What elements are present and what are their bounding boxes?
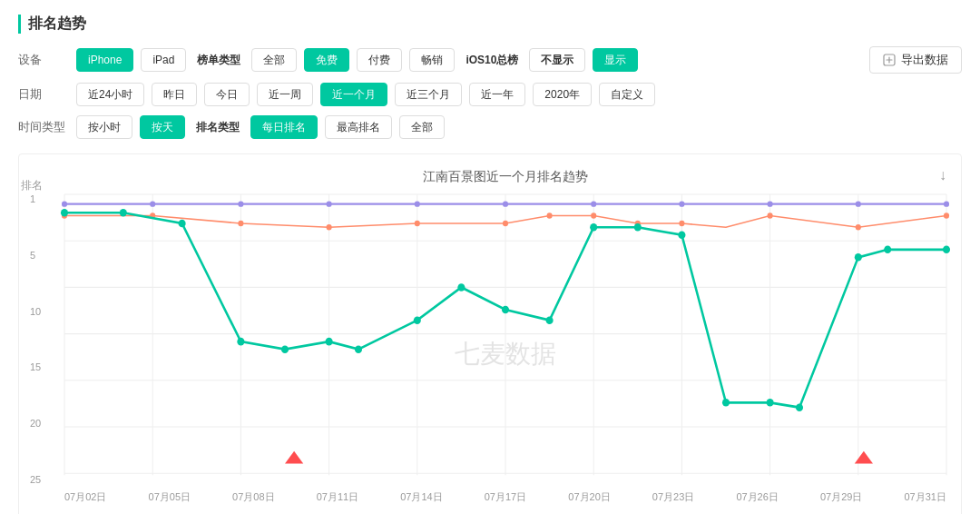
- svg-point-51: [457, 283, 465, 292]
- export-icon: [883, 54, 896, 66]
- page-title: 排名趋势: [18, 15, 962, 34]
- device-label: 设备: [18, 52, 69, 68]
- list-paid-btn[interactable]: 付费: [357, 48, 402, 72]
- svg-point-28: [856, 201, 861, 206]
- svg-point-34: [415, 221, 420, 226]
- date-3month-btn[interactable]: 近三个月: [395, 83, 462, 106]
- svg-point-52: [502, 306, 509, 314]
- svg-point-53: [546, 316, 554, 324]
- svg-point-25: [591, 201, 596, 206]
- chart-container: 江南百景图近一个月排名趋势 ↓ 排名 1 5 10 15 20 25 七麦数据: [18, 153, 962, 514]
- svg-point-59: [796, 403, 803, 411]
- svg-point-29: [944, 201, 949, 206]
- svg-point-56: [678, 232, 685, 240]
- y-axis-title: 排名: [21, 178, 43, 193]
- svg-point-39: [679, 221, 684, 226]
- ios10-show-btn[interactable]: 显示: [593, 48, 638, 72]
- svg-point-44: [120, 209, 127, 217]
- svg-point-42: [944, 213, 949, 218]
- svg-point-20: [150, 201, 155, 206]
- svg-point-24: [503, 201, 508, 206]
- svg-point-47: [281, 345, 289, 353]
- date-custom-btn[interactable]: 自定义: [599, 83, 655, 106]
- svg-point-54: [590, 223, 597, 232]
- rank-highest-btn[interactable]: 最高排名: [325, 115, 392, 139]
- list-top-grossing-btn[interactable]: 畅销: [409, 48, 455, 72]
- svg-point-57: [722, 399, 730, 407]
- device-filter-row: 设备 iPhone iPad 榜单类型 全部 免费 付费 畅销 iOS10总榜 …: [18, 46, 962, 74]
- chart-area: 排名 1 5 10 15 20 25 七麦数据: [64, 194, 946, 485]
- export-label: 导出数据: [901, 52, 948, 68]
- list-all-btn[interactable]: 全部: [251, 48, 297, 72]
- svg-point-33: [327, 224, 332, 230]
- export-data-btn[interactable]: 导出数据: [869, 46, 962, 74]
- date-24h-btn[interactable]: 近24小时: [76, 83, 144, 106]
- svg-point-55: [634, 223, 642, 232]
- svg-point-60: [855, 253, 862, 262]
- date-2020-btn[interactable]: 2020年: [533, 83, 592, 106]
- svg-point-40: [768, 213, 773, 218]
- svg-point-36: [547, 213, 553, 218]
- svg-point-62: [943, 246, 950, 254]
- svg-point-32: [238, 221, 243, 226]
- rank-daily-btn[interactable]: 每日排名: [250, 115, 318, 139]
- rank-all-btn[interactable]: 全部: [399, 115, 445, 139]
- time-label: 时间类型: [18, 119, 69, 135]
- date-label: 日期: [18, 86, 69, 103]
- svg-point-50: [414, 316, 421, 324]
- svg-point-48: [326, 338, 333, 346]
- date-year-btn[interactable]: 近一年: [469, 83, 525, 106]
- download-icon[interactable]: ↓: [939, 167, 946, 183]
- ios10-label: iOS10总榜: [462, 48, 522, 72]
- device-ipad-btn[interactable]: iPad: [141, 48, 186, 72]
- svg-point-27: [768, 201, 773, 206]
- svg-point-58: [767, 399, 774, 407]
- list-type-label: 榜单类型: [193, 48, 244, 72]
- svg-point-19: [62, 201, 67, 206]
- svg-point-49: [355, 345, 362, 353]
- chart-svg: [64, 194, 946, 485]
- svg-point-22: [327, 201, 332, 206]
- chart-title: 江南百景图近一个月排名趋势: [64, 169, 946, 185]
- device-iphone-btn[interactable]: iPhone: [76, 48, 133, 72]
- time-day-btn[interactable]: 按天: [140, 115, 185, 139]
- svg-point-43: [61, 209, 68, 217]
- event-arrow-1: [285, 451, 303, 464]
- date-month-btn[interactable]: 近一个月: [320, 83, 387, 106]
- time-hour-btn[interactable]: 按小时: [76, 115, 132, 139]
- time-filter-row: 时间类型 按小时 按天 排名类型 每日排名 最高排名 全部: [18, 115, 962, 139]
- event-arrow-2: [855, 451, 873, 464]
- svg-point-46: [237, 338, 244, 346]
- y-axis-labels: 1 5 10 15 20 25: [30, 194, 41, 485]
- rank-type-label: 排名类型: [192, 115, 243, 139]
- svg-point-41: [856, 224, 861, 230]
- svg-point-37: [591, 213, 596, 218]
- svg-point-35: [503, 221, 508, 226]
- list-free-btn[interactable]: 免费: [304, 48, 349, 72]
- date-week-btn[interactable]: 近一周: [257, 83, 313, 106]
- svg-point-61: [884, 246, 891, 254]
- svg-point-26: [679, 201, 684, 206]
- svg-point-23: [415, 201, 420, 206]
- ios10-hide-btn[interactable]: 不显示: [529, 48, 585, 72]
- svg-point-21: [238, 201, 243, 206]
- svg-point-45: [179, 220, 186, 228]
- date-yesterday-btn[interactable]: 昨日: [152, 83, 197, 106]
- date-filter-row: 日期 近24小时 昨日 今日 近一周 近一个月 近三个月 近一年 2020年 自…: [18, 83, 962, 106]
- date-today-btn[interactable]: 今日: [204, 83, 250, 106]
- x-axis-labels: 07月02日 07月05日 07月08日 07月11日 07月14日 07月17…: [64, 490, 946, 504]
